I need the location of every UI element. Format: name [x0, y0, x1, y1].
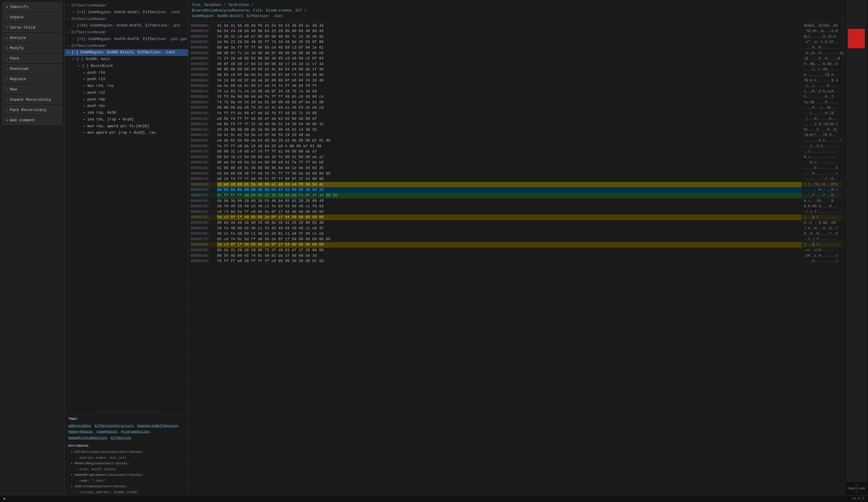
hex-byte[interactable]: 89: [312, 29, 319, 33]
hex-byte[interactable]: 55: [312, 221, 319, 225]
hex-byte[interactable]: c0: [217, 210, 224, 214]
hex-byte[interactable]: c2: [237, 155, 244, 159]
hex-byte[interactable]: 48: [312, 73, 319, 77]
hex-byte[interactable]: 48: [319, 199, 324, 203]
hex-byte[interactable]: 20: [299, 199, 306, 203]
hex-byte[interactable]: e8: [312, 227, 319, 231]
hex-byte[interactable]: 24: [244, 90, 251, 94]
hex-row[interactable]: 00000100:fe ff ff 4c 89 e7 e8 a5 fd ff 4…: [191, 111, 842, 116]
hex-byte[interactable]: ff: [244, 117, 251, 121]
hex-byte[interactable]: 00: [306, 210, 312, 214]
hex-byte[interactable]: 89: [237, 254, 244, 258]
hex-byte[interactable]: 7c: [237, 90, 244, 94]
hex-byte[interactable]: 89: [265, 182, 271, 187]
hex-byte[interactable]: 64: [299, 122, 306, 126]
hex-byte[interactable]: 48: [292, 106, 299, 110]
hex-byte[interactable]: 80: [217, 248, 224, 252]
hex-byte[interactable]: 48: [217, 73, 224, 77]
hex-byte[interactable]: e5: [265, 68, 271, 72]
hex-byte[interactable]: 44: [237, 100, 244, 104]
hex-byte[interactable]: 48: [299, 117, 306, 121]
hex-byte[interactable]: 5a: [258, 128, 265, 132]
hex-byte[interactable]: 00: [319, 100, 324, 104]
hex-byte[interactable]: ef: [299, 100, 306, 104]
hex-byte[interactable]: 48: [217, 232, 224, 236]
hex-byte[interactable]: 48: [231, 62, 237, 66]
hex-byte[interactable]: 00: [258, 90, 265, 94]
tree-item[interactable]: — push rbx: [65, 103, 188, 110]
hex-row[interactable]: 00000260:48 c1 fe 48 89 c1 48 d1 e8 01 c…: [191, 231, 842, 237]
hex-byte[interactable]: 00: [292, 204, 299, 209]
hex-byte[interactable]: 00: [317, 144, 321, 148]
hex-byte[interactable]: 92: [265, 79, 271, 83]
hex-byte[interactable]: eb: [312, 155, 319, 159]
hex-byte[interactable]: ef: [265, 117, 271, 121]
hex-byte[interactable]: 41: [224, 133, 231, 137]
hex-byte[interactable]: f3: [224, 95, 231, 99]
hex-byte[interactable]: 00: [278, 51, 285, 56]
hex-byte[interactable]: 89: [258, 68, 265, 72]
hex-byte[interactable]: 03: [251, 57, 258, 61]
hex-byte[interactable]: 48: [292, 84, 299, 88]
hex-byte[interactable]: 01: [265, 100, 271, 104]
hex-byte[interactable]: 24: [285, 133, 292, 137]
hex-byte[interactable]: c1: [312, 232, 319, 236]
hex-byte[interactable]: ff: [265, 40, 271, 44]
hex-byte[interactable]: c3: [292, 46, 299, 50]
hex-byte[interactable]: 00: [312, 237, 319, 241]
hex-byte[interactable]: 00: [306, 237, 312, 241]
hex-byte[interactable]: f6: [258, 177, 265, 181]
hex-byte[interactable]: 55: [224, 254, 231, 258]
hex-byte[interactable]: 8b: [285, 35, 292, 39]
hex-byte[interactable]: e8: [251, 177, 258, 181]
hex-byte[interactable]: 0f: [271, 243, 278, 247]
hex-byte[interactable]: e7: [251, 150, 258, 154]
hex-byte[interactable]: 48: [299, 204, 306, 209]
hex-byte[interactable]: 00: [244, 68, 251, 72]
hex-byte[interactable]: 24: [299, 35, 306, 39]
hex-byte[interactable]: 30: [306, 128, 312, 132]
hex-byte[interactable]: f8: [312, 204, 319, 209]
hex-byte[interactable]: 83: [231, 51, 237, 56]
hex-byte[interactable]: 18: [278, 40, 285, 44]
hex-byte[interactable]: 84: [306, 46, 312, 50]
hex-byte[interactable]: 00: [306, 243, 312, 247]
hex-byte[interactable]: a7: [312, 150, 317, 154]
hex-byte[interactable]: ff: [237, 117, 244, 121]
hex-byte[interactable]: 64: [244, 29, 251, 33]
hex-byte[interactable]: 29: [217, 227, 224, 231]
hex-byte[interactable]: e1: [285, 106, 292, 110]
hex-byte[interactable]: 00: [251, 199, 258, 203]
hex-byte[interactable]: 89: [299, 57, 306, 61]
hex-byte[interactable]: 7c: [237, 51, 244, 56]
hex-byte[interactable]: 48: [306, 188, 312, 192]
hex-byte[interactable]: 48: [271, 199, 278, 203]
hex-byte[interactable]: 00: [258, 248, 265, 252]
hex-byte[interactable]: e8: [258, 79, 265, 83]
hex-byte[interactable]: 66: [285, 177, 292, 181]
hex-byte[interactable]: 94: [231, 160, 237, 164]
hex-byte[interactable]: 6b: [224, 40, 231, 44]
hex-byte[interactable]: 8d: [312, 188, 319, 192]
hex-byte[interactable]: 00: [326, 139, 330, 143]
hex-byte[interactable]: 0d: [251, 73, 258, 77]
hex-byte[interactable]: 00: [251, 243, 258, 247]
hex-byte[interactable]: 55: [265, 199, 271, 203]
hex-row[interactable]: 000001f0:0c ff ff ff 48 66 0f 1f 20 20 0…: [191, 193, 842, 199]
hex-byte[interactable]: 89: [306, 166, 312, 170]
hex-byte[interactable]: 00: [312, 177, 319, 181]
hex-byte[interactable]: c3: [224, 215, 231, 219]
hex-byte[interactable]: 83: [299, 84, 306, 88]
hex-byte[interactable]: 00: [306, 215, 312, 219]
hex-byte[interactable]: 48: [265, 254, 271, 258]
hex-byte[interactable]: 1f: [285, 237, 292, 241]
hex-byte[interactable]: 28: [224, 128, 231, 132]
tree-item[interactable]: — ElfSectionHeader: [65, 16, 188, 23]
tree-item[interactable]: — [+24] CodeRegion: 0xbe0-0xd70, ElfSect…: [65, 22, 188, 29]
hex-byte[interactable]: a5: [265, 111, 271, 116]
hex-byte[interactable]: 66: [258, 215, 265, 219]
hex-row[interactable]: 00000070:48 8f 48 48 c7 04 24 00 00 48 c…: [191, 61, 842, 67]
hex-byte[interactable]: 00: [258, 51, 265, 56]
hex-row[interactable]: 00000050:00 48 83 7c 24 10 00 48 8f 00 0…: [191, 51, 842, 56]
hex-byte[interactable]: e8: [251, 95, 258, 99]
